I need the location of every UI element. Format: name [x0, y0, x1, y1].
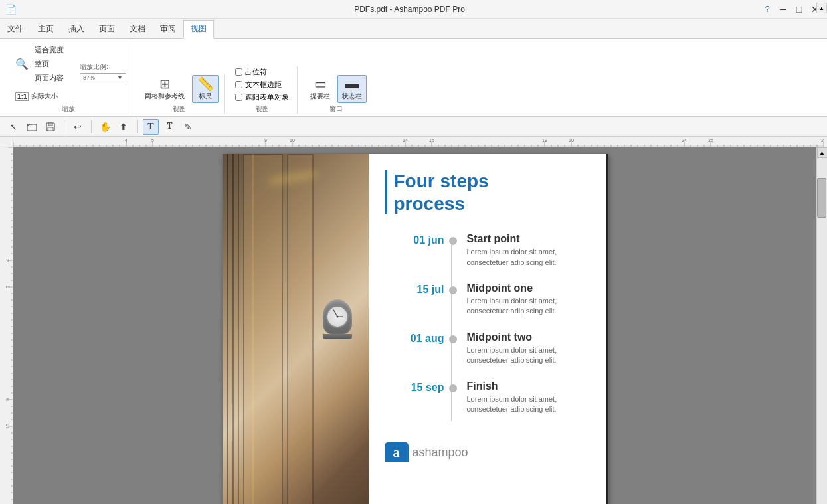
svg-text:29: 29 [821, 138, 824, 143]
svg-text:25: 25 [708, 138, 713, 143]
toolbar-sep-1 [64, 120, 64, 133]
tab-home[interactable]: 主页 [31, 20, 61, 38]
toolbar-sep-2 [91, 120, 92, 133]
zoom-combo[interactable]: 87% ▼ [80, 73, 126, 82]
timeline-date-3: 01 aug [385, 331, 444, 345]
tab-view[interactable]: 视图 [183, 20, 214, 39]
svg-text:9: 9 [264, 138, 267, 143]
tab-page[interactable]: 页面 [92, 20, 122, 38]
app-icon: 📄 [5, 4, 17, 15]
timeline-item-1: 01 jun Start point Lorem ipsum dolor sit… [385, 233, 592, 268]
document-area[interactable]: Four steps process 01 jun [13, 147, 816, 504]
annotation-tool-btn[interactable]: ✎ [180, 119, 196, 135]
grid-icon: ⊞ [159, 77, 171, 90]
undo-tool-btn[interactable]: ↩ [70, 119, 86, 135]
vertical-ruler: 45910 [0, 147, 13, 504]
maximize-btn[interactable]: □ [792, 4, 806, 15]
pdf-page-content: Four steps process 01 jun [223, 154, 608, 504]
zoom-actual-size-btn[interactable]: 1:1 实际大小 [11, 90, 62, 103]
svg-rect-140 [0, 147, 13, 504]
horizontal-ruler: 4591014151920242529 [13, 137, 827, 147]
ribbon-group-zoom: 🔍 适合宽度 整页 页面内容 1 [5, 41, 132, 114]
fit-content-btn[interactable]: 页面内容 [31, 72, 67, 84]
window-group-label: 窗口 [329, 104, 343, 114]
timeline-date-4: 15 sep [385, 380, 444, 394]
scroll-track[interactable] [817, 158, 827, 504]
timeline-title-2: Midpoint one [467, 282, 592, 294]
scroll-up-btn[interactable]: ▲ [817, 147, 828, 158]
main-area: 45910 [0, 147, 827, 504]
help-btn[interactable]: ? [761, 4, 774, 15]
status-icon: ▬ [345, 77, 359, 90]
timeline-title-1: Start point [467, 233, 592, 245]
svg-text:20: 20 [569, 138, 574, 143]
svg-text:15: 15 [429, 138, 434, 143]
timeline-item-3: 01 aug Midpoint two Lorem ipsum dolor si… [385, 331, 592, 366]
show-group-label: 视图 [256, 104, 269, 114]
fit-page-btn[interactable]: 整页 [31, 58, 67, 70]
timeline-desc-3: Lorem ipsum dolor sit amet,consectetuer … [467, 345, 592, 366]
minimize-btn[interactable]: ─ [777, 4, 790, 15]
extract-bar-btn[interactable]: ▭ 提要栏 [306, 75, 335, 103]
svg-text:14: 14 [403, 138, 408, 143]
ruler-icon: 📏 [197, 77, 214, 90]
svg-text:10: 10 [5, 424, 10, 429]
timeline-info-4: Finish Lorem ipsum dolor sit amet,consec… [462, 380, 592, 415]
logo-icon: a [385, 442, 409, 462]
timeline-info-1: Start point Lorem ipsum dolor sit amet,c… [462, 233, 592, 268]
text-tool2-btn[interactable]: Ƭ [161, 119, 177, 135]
logo-text: ashampoo [413, 446, 468, 460]
fit-width-btn[interactable]: 适合宽度 [31, 44, 67, 56]
timeline-dot-4 [449, 384, 457, 392]
pdf-doc-title: Four steps process [385, 170, 592, 214]
vertical-scrollbar[interactable]: ▲ ▼ [816, 147, 827, 504]
grid-ref-btn[interactable]: ⊞ 网格和参考线 [140, 75, 189, 103]
timeline-desc-1: Lorem ipsum dolor sit amet,consectetuer … [467, 247, 592, 268]
tab-insert[interactable]: 插入 [61, 20, 92, 38]
svg-text:5: 5 [151, 138, 154, 143]
tab-review[interactable]: 审阅 [153, 20, 183, 38]
pointer-tool-btn[interactable]: ↖ [5, 119, 21, 135]
checkbox-placeholder[interactable]: 占位符 [232, 66, 270, 78]
tab-document[interactable]: 文档 [122, 20, 153, 38]
ruler-row: 4591014151920242529 [0, 137, 827, 147]
svg-text:5: 5 [5, 286, 10, 288]
scroll-thumb[interactable] [817, 178, 826, 218]
checkbox-form-object[interactable]: 遮阳表单对象 [232, 92, 292, 103]
timeline-item-4: 15 sep Finish Lorem ipsum dolor sit amet… [385, 380, 592, 415]
timeline-info-2: Midpoint one Lorem ipsum dolor sit amet,… [462, 282, 592, 317]
tab-file[interactable]: 文件 [0, 20, 31, 38]
text-tool-btn[interactable]: T [143, 119, 159, 135]
timeline-title-3: Midpoint two [467, 331, 592, 343]
svg-text:4: 4 [125, 138, 128, 143]
cursor-tool-btn[interactable]: ⬆ [116, 119, 132, 135]
checkbox-textbox[interactable]: 文本框边距 [232, 79, 284, 90]
toolbar: ↖ ↩ ✋ ⬆ T Ƭ ✎ [0, 117, 827, 137]
pdf-right: Four steps process 01 jun [369, 154, 608, 504]
ruler-btn[interactable]: 📏 标尺 [192, 75, 219, 103]
ribbon-group-grid: ⊞ 网格和参考线 📏 标尺 视图 [135, 75, 225, 114]
timeline-desc-2: Lorem ipsum dolor sit amet,consectetuer … [467, 296, 592, 317]
svg-text:4: 4 [5, 259, 10, 262]
status-bar-btn[interactable]: ▬ 状态栏 [337, 75, 367, 103]
ribbon-group-window: ▭ 提要栏 ▬ 状态栏 窗口 [300, 75, 372, 114]
svg-text:19: 19 [542, 138, 547, 143]
extract-icon: ▭ [314, 77, 327, 90]
pdf-title-line2: process [394, 193, 465, 214]
svg-rect-3 [48, 127, 53, 131]
save-tool-btn[interactable] [43, 119, 58, 135]
timeline-dot-2 [449, 286, 457, 294]
timeline-date-1: 01 jun [385, 233, 444, 246]
timeline-dot-1 [449, 237, 457, 245]
pdf-page: Four steps process 01 jun [223, 154, 608, 504]
zoom-group-label: 缩放 [62, 104, 75, 114]
hand-tool-btn[interactable]: ✋ [97, 119, 113, 135]
svg-text:24: 24 [682, 138, 687, 143]
svg-rect-2 [48, 123, 52, 126]
title-bar: 📄 PDFs.pdf - Ashampoo PDF Pro ? ─ □ ✕ [0, 0, 827, 19]
timeline-info-3: Midpoint two Lorem ipsum dolor sit amet,… [462, 331, 592, 366]
zoom-tool-btn[interactable]: 🔍 适合宽度 整页 页面内容 [11, 41, 72, 87]
open-tool-btn[interactable] [24, 119, 40, 135]
ribbon-tabs: 文件 主页 插入 页面 文档 审阅 视图 ▲ [0, 19, 827, 39]
ribbon-collapse-btn[interactable]: ▲ [816, 3, 827, 13]
